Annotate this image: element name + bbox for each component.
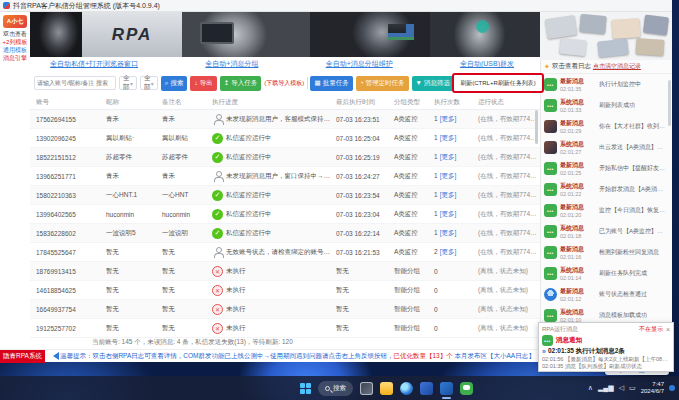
cell-account-id: 17562694155 — [36, 116, 106, 123]
message-item[interactable]: 系统消息 02:01:33 刷新列表成功 — [541, 95, 672, 116]
battery-icon[interactable]: ▭ — [629, 384, 636, 392]
cell-group: A类监控 — [394, 172, 434, 181]
table-row[interactable]: 13996402565 huconmin huconmin 私信监控运行中 07… — [30, 205, 540, 224]
message-item[interactable]: 系统消息 02:01:14 刷新任务队列完成 — [541, 263, 672, 284]
table-body: 17562694155 青禾 青禾 未发现新消息用户，客服模式保持中→等待下一轮… — [30, 110, 540, 338]
more-link[interactable]: [更多] — [440, 210, 457, 217]
volume-icon[interactable]: ◁ — [619, 384, 624, 392]
download-template-link[interactable]: (下载导入模板) — [264, 79, 304, 88]
button-label: 管理定时任务 — [366, 79, 405, 88]
table-row[interactable]: 19125257702 暂无 暂无 未执行 暂无 智能分组 0 (离线，状态未知… — [30, 319, 540, 338]
task-view-button[interactable] — [360, 382, 373, 395]
taskbar-search[interactable]: 搜索 — [318, 381, 353, 396]
banner-rpa-label: RPA — [112, 25, 153, 45]
quick-link[interactable]: 全自动(USB)群发 — [460, 59, 514, 69]
cell-count: 0 — [434, 268, 478, 275]
network-icon[interactable]: ▂▄▆ — [598, 384, 614, 392]
message-item[interactable]: 系统消息 02:01:18 已为账号【A类监控】补充更新 — [541, 221, 672, 242]
file-explorer-icon[interactable] — [380, 382, 393, 395]
timer-task-button[interactable]: ◔ 管理定时任务 — [356, 76, 409, 91]
cell-nickname: 青禾 — [106, 172, 162, 181]
more-link[interactable]: [更多] — [440, 172, 457, 179]
message-item[interactable]: 最新消息 02:01:20 监控【今日消息】恢复登录成功 — [541, 200, 672, 221]
rpa-app-taskbar-icon[interactable] — [440, 382, 453, 395]
wechat-icon[interactable] — [460, 382, 473, 395]
more-link[interactable]: [更多] — [440, 153, 457, 160]
cell-group: A类监控 — [394, 115, 434, 124]
quick-link[interactable]: 全自动+消息分组 — [205, 59, 258, 69]
table-row[interactable]: 14618854625 暂无 暂无 未执行 暂无 智能分组 0 (离线，状态未知… — [30, 281, 540, 300]
table-row[interactable]: 17845525647 暂无 暂无 无效账号状态，请检查绑定的账号是否正常 07… — [30, 243, 540, 262]
rail-item[interactable]: 消息引擎 — [0, 54, 30, 62]
rail-item[interactable]: 双击查看 — [0, 30, 30, 38]
cell-remark: 暂无 — [162, 305, 212, 314]
batch-task-button[interactable]: ▦ 批量任务 — [310, 76, 352, 91]
more-link[interactable]: [更多] — [440, 115, 457, 122]
cell-nickname: 暂无 — [106, 286, 162, 295]
taskbar-search-label: 搜索 — [333, 384, 346, 393]
cell-status-detail: (在线，有效期774天) — [478, 210, 540, 219]
rail-item[interactable]: +2列模板 — [0, 38, 30, 46]
message-title: 系统消息 — [560, 98, 596, 107]
table-row[interactable]: 16649937754 暂无 暂无 未执行 暂无 智能分组 0 (离线，状态未知… — [30, 300, 540, 319]
message-title: 最新消息 — [560, 119, 596, 128]
table-row[interactable]: 18769913415 暂无 暂无 未执行 暂无 智能分组 0 (离线，状态未知… — [30, 262, 540, 281]
start-button[interactable] — [300, 383, 311, 394]
search-button[interactable]: ⌕ 搜索 — [161, 76, 188, 91]
message-source-icon — [544, 225, 557, 238]
message-item[interactable]: 系统消息 02:01:27 出云发送【A类消息】公开配对中 — [541, 137, 672, 158]
edge-browser-icon[interactable] — [400, 382, 413, 395]
message-meta: 系统消息 02:01:27 — [560, 140, 596, 155]
table-row[interactable]: 15802210363 一心HNT.1 一心HNT 私信监控运行中 07-03 … — [30, 186, 540, 205]
notification-bell-icon[interactable] — [669, 385, 675, 391]
export-button[interactable]: ↓ 导出 — [190, 76, 216, 91]
marquee-text-2: 已优化数量【13】个 — [393, 352, 452, 359]
message-item[interactable]: 系统消息 02:01:22 开始群发消息【A类消息】发送完成 — [541, 179, 672, 200]
filter-select-2[interactable]: 全部 ▾ — [140, 76, 158, 90]
clear-messages-link[interactable]: 点击清空消息记录 — [593, 62, 641, 71]
progress-status-icon — [212, 209, 223, 220]
message-item[interactable]: 最新消息 02:01:16 检测到新粉丝回复消息 — [541, 242, 672, 263]
table-row[interactable]: 17562694155 青禾 青禾 未发现新消息用户，客服模式保持中→等待下一轮… — [30, 110, 540, 129]
search-input[interactable] — [34, 76, 116, 90]
upload-icon: ↥ — [224, 80, 229, 87]
table-scrollbar[interactable] — [535, 110, 538, 144]
clock-icon: ◔ — [360, 80, 364, 87]
quick-link[interactable]: 全自动私信+打开浏览器窗口 — [50, 59, 138, 69]
message-title: 最新消息 — [560, 161, 596, 170]
message-title: 最新消息 — [560, 245, 596, 254]
table-row[interactable]: 15836228602 一波说明5 一波说明 私信监控运行中 07-03 16:… — [30, 224, 540, 243]
toast-dismiss-link[interactable]: 不在显示 — [639, 325, 663, 334]
tray-clock[interactable]: 7:47 2024/6/7 — [641, 381, 664, 395]
cell-account-id: 19125257702 — [36, 325, 106, 332]
message-item[interactable]: 最新消息 02:01:29 你在【大才社群】收到好友申请 — [541, 116, 672, 137]
quick-link[interactable]: 全自动+消息分组维护 — [326, 59, 393, 69]
office-app-icon[interactable] — [420, 382, 433, 395]
message-item[interactable]: 最新消息 02:01:35 执行计划监控中 — [541, 74, 672, 95]
rail-item[interactable]: 通用模板 — [0, 46, 30, 54]
tray-expand-chevron[interactable]: ∧ — [588, 384, 593, 392]
cell-remark: 暂无 — [162, 267, 212, 276]
import-button[interactable]: ↥ 导入任务 — [220, 76, 261, 91]
close-icon[interactable]: × — [666, 326, 670, 333]
more-link[interactable]: [更多] — [440, 191, 457, 198]
system-tray: ∧ ▂▄▆ ◁ ▭ 7:47 2024/6/7 — [588, 381, 675, 395]
table-row[interactable]: 18522151512 苏超零件 苏超零件 私信监控运行中 07-03 16:2… — [30, 148, 540, 167]
more-link[interactable]: [更多] — [440, 229, 457, 236]
cell-group: 智能分组 — [394, 305, 434, 314]
filter-select-1[interactable]: 全部 ▾ — [119, 76, 137, 90]
count-value: 1 — [434, 229, 438, 236]
table-row[interactable]: 13902096245 翼以刷钻· 翼以刷钻 私信监控运行中 07-03 16:… — [30, 129, 540, 148]
message-item[interactable]: 最新消息 02:01:25 开始私信中【提醒好友】自动匹配5 — [541, 158, 672, 179]
rail-logo[interactable]: A小七 — [3, 15, 27, 28]
col-header-lasttime: 最后执行时间 — [336, 98, 394, 107]
message-item[interactable]: 最新消息 02:01:12 账号状态检查通过 — [541, 284, 672, 305]
more-link[interactable]: [更多] — [440, 248, 457, 255]
more-link[interactable]: [更多] — [440, 134, 457, 141]
message-scrollbar[interactable] — [668, 80, 671, 126]
filter-message-button[interactable]: ▼ 消息筛选 — [412, 76, 454, 91]
cell-group: A类监控 — [394, 229, 434, 238]
table-row[interactable]: 13966251771 青禾 青禾 未发现新消息用户，窗口保持中→等待下一轮自动… — [30, 167, 540, 186]
count-value: 1 — [434, 134, 438, 141]
app-logo-icon — [3, 2, 10, 9]
